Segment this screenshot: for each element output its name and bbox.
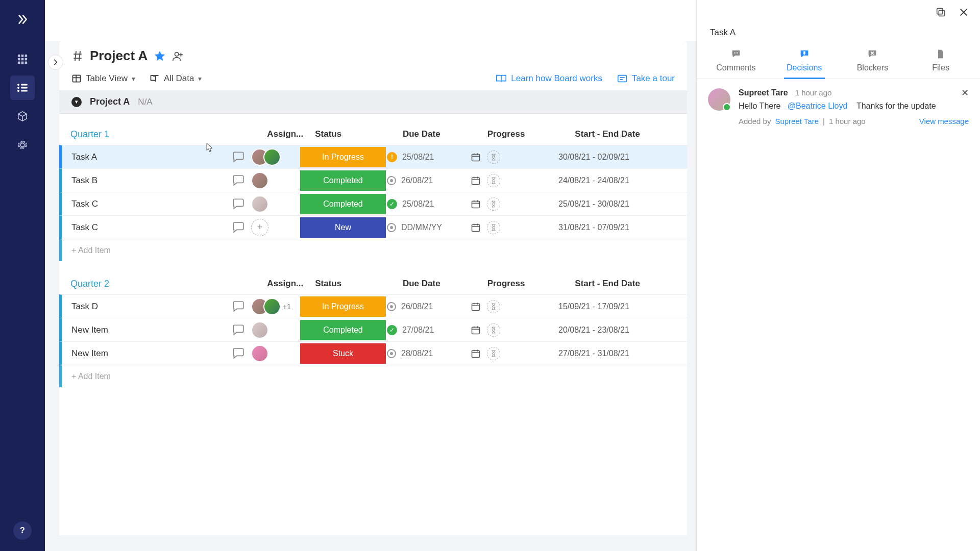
due-date-cell[interactable]: 26/08/21 (387, 176, 471, 185)
start-end-dates[interactable]: 30/08/21 - 02/09/21 (558, 153, 666, 162)
star-toggle[interactable] (154, 50, 166, 62)
comment-button[interactable] (226, 221, 251, 234)
task-name[interactable]: Task C (68, 222, 226, 233)
task-name[interactable]: Task A (68, 152, 226, 162)
start-end-dates[interactable]: 24/08/21 - 24/08/21 (558, 176, 666, 185)
calendar-button[interactable] (471, 222, 481, 233)
task-row[interactable]: Task D+1In Progress26/08/2115/09/21 - 17… (59, 294, 687, 318)
collapse-toggle[interactable]: ▾ (71, 97, 82, 107)
status-badge[interactable]: New (300, 217, 386, 238)
open-sidebar-toggle[interactable] (48, 55, 63, 70)
comment-button[interactable] (226, 197, 251, 211)
task-name[interactable]: Task B (68, 176, 226, 186)
task-row[interactable]: New ItemStuck28/08/2127/08/21 - 31/08/21 (59, 341, 687, 365)
task-row[interactable]: Task BCompleted26/08/2124/08/21 - 24/08/… (59, 168, 687, 192)
comment-button[interactable] (226, 323, 251, 337)
add-item-button[interactable]: + Add Item (59, 239, 687, 261)
assignee-avatar[interactable] (263, 148, 281, 166)
view-message-link[interactable]: View message (919, 117, 969, 126)
circle-dot-icon (387, 349, 396, 358)
task-row[interactable]: Task CCompleted✓25/08/2125/08/21 - 30/08… (59, 192, 687, 215)
comment-button[interactable] (226, 300, 251, 313)
tab-blockers[interactable]: Blockers (839, 44, 907, 79)
help-button[interactable]: ? (13, 521, 32, 540)
status-badge[interactable]: In Progress (300, 147, 386, 167)
status-badge[interactable]: In Progress (300, 296, 386, 317)
col-status: Status (315, 279, 403, 289)
assignee-avatar[interactable] (251, 321, 268, 339)
task-row[interactable]: New ItemCompleted✓27/08/2120/08/21 - 23/… (59, 318, 687, 341)
calendar-button[interactable] (471, 176, 481, 186)
decision-dismiss[interactable]: ✕ (961, 87, 969, 98)
list-icon (16, 82, 29, 94)
timer-button[interactable] (487, 347, 500, 360)
assignee-avatar[interactable] (263, 298, 281, 315)
check-icon: ✓ (387, 325, 397, 335)
comment-button[interactable] (226, 347, 251, 360)
due-date-cell[interactable]: DD/MM/YY (387, 223, 471, 232)
timer-button[interactable] (487, 174, 500, 187)
share-button[interactable] (172, 51, 183, 62)
tab-decisions[interactable]: Decisions (770, 44, 839, 79)
comment-button[interactable] (226, 151, 251, 164)
nav-settings[interactable] (10, 133, 35, 157)
comment-button[interactable] (226, 174, 251, 187)
table-view-selector[interactable]: Table View ▾ (71, 73, 135, 84)
calendar-button[interactable] (471, 152, 481, 162)
nav-boards[interactable] (10, 76, 35, 100)
close-panel-button[interactable] (959, 7, 969, 17)
due-date-cell[interactable]: ✓27/08/21 (387, 325, 471, 335)
tab-comments-label: Comments (716, 63, 755, 72)
chevron-down-icon: ▾ (132, 74, 135, 83)
all-data-selector[interactable]: All Data ▾ (150, 73, 202, 84)
expand-rail-button[interactable] (12, 9, 33, 30)
svg-rect-6 (18, 62, 20, 64)
add-assignee-button[interactable]: + (251, 219, 268, 236)
status-badge[interactable]: Stuck (300, 343, 386, 364)
start-end-dates[interactable]: 20/08/21 - 23/08/21 (558, 325, 666, 335)
decision-added-user[interactable]: Supreet Tare (775, 117, 819, 126)
assignee-avatar[interactable] (251, 195, 268, 213)
tab-comments[interactable]: Comments (702, 44, 770, 79)
decision-mention[interactable]: @Beatrice Lloyd (788, 102, 848, 110)
take-tour-link[interactable]: Take a tour (617, 73, 675, 84)
calendar-button[interactable] (471, 348, 481, 359)
start-end-dates[interactable]: 25/08/21 - 30/08/21 (558, 199, 666, 209)
section-title[interactable]: Quarter 2 (70, 279, 267, 289)
blockers-icon (866, 48, 878, 60)
task-name[interactable]: New Item (68, 325, 226, 335)
task-row[interactable]: Task AIn Progress!25/08/2130/08/21 - 02/… (59, 145, 687, 168)
nav-apps[interactable] (10, 47, 35, 71)
calendar-button[interactable] (471, 325, 481, 335)
calendar-button[interactable] (471, 199, 481, 209)
calendar-button[interactable] (471, 302, 481, 312)
grid-icon (17, 54, 28, 65)
due-date-cell[interactable]: 26/08/21 (387, 302, 471, 311)
start-end-dates[interactable]: 15/09/21 - 17/09/21 (558, 302, 666, 311)
due-date-cell[interactable]: !25/08/21 (387, 152, 471, 162)
task-name[interactable]: Task C (68, 199, 226, 209)
start-end-dates[interactable]: 27/08/21 - 31/08/21 (558, 349, 666, 358)
task-name[interactable]: New Item (68, 348, 226, 359)
nav-tools[interactable] (10, 104, 35, 129)
timer-button[interactable] (487, 300, 500, 313)
tab-files[interactable]: Files (906, 44, 975, 79)
timer-button[interactable] (487, 323, 500, 337)
assignee-avatar[interactable] (251, 345, 268, 362)
due-date-cell[interactable]: ✓25/08/21 (387, 199, 471, 209)
status-badge[interactable]: Completed (300, 170, 386, 191)
learn-board-link[interactable]: Learn how Board works (496, 73, 602, 84)
start-end-dates[interactable]: 31/08/21 - 07/09/21 (558, 223, 666, 232)
copy-button[interactable] (935, 7, 946, 18)
timer-button[interactable] (487, 221, 500, 234)
timer-button[interactable] (487, 197, 500, 211)
task-name[interactable]: Task D (68, 302, 226, 312)
status-badge[interactable]: Completed (300, 320, 386, 340)
assignee-avatar[interactable] (251, 172, 268, 189)
add-item-button[interactable]: + Add Item (59, 365, 687, 387)
timer-button[interactable] (487, 151, 500, 164)
due-date-cell[interactable]: 28/08/21 (387, 349, 471, 358)
section-title[interactable]: Quarter 1 (70, 129, 267, 140)
status-badge[interactable]: Completed (300, 194, 386, 214)
task-row[interactable]: Task C+NewDD/MM/YY31/08/21 - 07/09/21 (59, 215, 687, 239)
